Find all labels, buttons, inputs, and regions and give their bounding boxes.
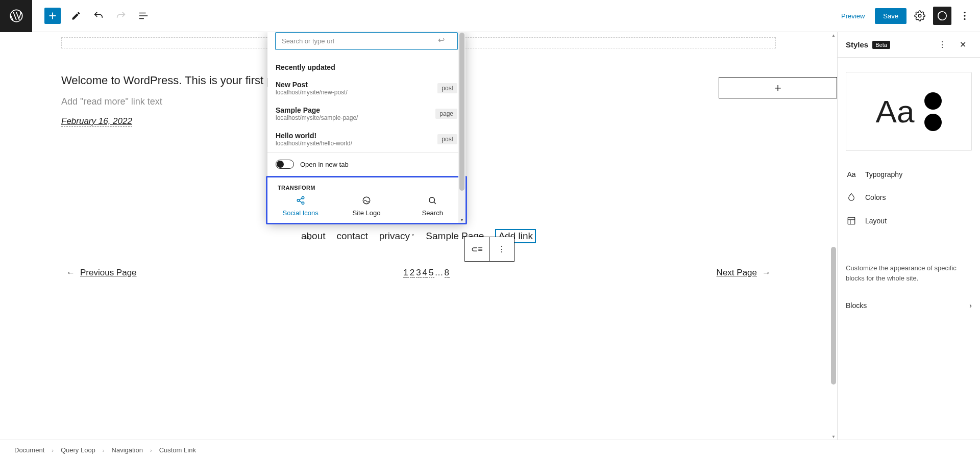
suggestion-title: New Post xyxy=(276,81,348,89)
close-sidebar-icon[interactable]: ✕ xyxy=(953,36,972,54)
nav-item-contact[interactable]: contact xyxy=(337,231,368,242)
transform-social-icons[interactable]: Social Icons xyxy=(273,196,329,217)
navigation-block: about contact privacy Sample Page Add li… xyxy=(61,229,776,243)
svg-rect-11 xyxy=(848,217,855,224)
wordpress-logo[interactable] xyxy=(0,0,32,32)
toolbar-icon[interactable]: ⊂≡ xyxy=(465,237,489,261)
colors-option[interactable]: Colors xyxy=(846,186,972,209)
suggestion-item[interactable]: Sample Pagelocalhost/mysite/sample-page/… xyxy=(267,101,465,126)
submit-url-icon[interactable]: ↩ xyxy=(438,35,445,45)
preview-button[interactable]: Preview xyxy=(835,8,871,24)
edit-tool-icon[interactable] xyxy=(67,7,85,25)
svg-point-8 xyxy=(302,202,304,205)
styles-sidebar: StylesBeta ⋮ ✕ Aa AaTypography Colors La… xyxy=(837,32,980,440)
option-label: Typography xyxy=(865,170,902,178)
breadcrumb-item[interactable]: Document xyxy=(14,446,44,454)
suggestion-type-badge: post xyxy=(437,134,457,144)
suggestion-url: localhost/mysite/hello-world/ xyxy=(276,140,352,147)
nav-item-privacy[interactable]: privacy xyxy=(379,231,415,242)
typography-icon: Aa xyxy=(846,170,857,178)
transform-label: Social Icons xyxy=(283,209,318,217)
svg-point-9 xyxy=(363,197,370,204)
next-page-link[interactable]: Next Page xyxy=(717,268,757,277)
suggestion-item[interactable]: Hello world!localhost/mysite/hello-world… xyxy=(267,126,465,152)
typography-option[interactable]: AaTypography xyxy=(846,163,972,186)
nav-item-about[interactable]: about xyxy=(301,231,326,242)
styles-panel-icon[interactable] xyxy=(933,7,951,25)
option-label: Colors xyxy=(865,193,886,201)
chevron-right-icon: › xyxy=(969,301,972,310)
suggestion-type-badge: page xyxy=(435,109,457,119)
popover-scrollbar[interactable]: ▲▼ xyxy=(458,32,465,223)
suggestion-title: Sample Page xyxy=(276,106,358,114)
link-popover: Search or type url ↩ Recently updated Ne… xyxy=(267,32,465,223)
canvas-scrollbar[interactable]: ▲▼ xyxy=(830,32,837,440)
breadcrumb-item[interactable]: Navigation xyxy=(112,446,143,454)
blocks-label: Blocks xyxy=(846,301,867,310)
pagination: ←Previous Page 12345…8 Next Page→ xyxy=(61,268,776,278)
sidebar-title: Styles xyxy=(846,40,868,49)
transform-search[interactable]: Search xyxy=(404,196,460,217)
transform-label: Search xyxy=(422,209,443,217)
link-url-input[interactable]: Search or type url xyxy=(275,32,458,50)
svg-point-3 xyxy=(964,12,965,13)
svg-point-5 xyxy=(964,18,965,20)
add-block-button[interactable] xyxy=(44,8,61,24)
more-menu-icon[interactable] xyxy=(955,7,974,25)
style-preview[interactable]: Aa xyxy=(846,72,972,151)
breadcrumb-item[interactable]: Custom Link xyxy=(159,446,196,454)
transform-label: Site Logo xyxy=(353,209,381,217)
blocks-panel-link[interactable]: Blocks› xyxy=(838,291,980,320)
svg-point-7 xyxy=(297,199,300,202)
settings-icon[interactable] xyxy=(911,7,929,25)
search-icon xyxy=(428,196,437,205)
page-numbers[interactable]: 12345…8 xyxy=(403,268,450,278)
open-new-tab-toggle[interactable] xyxy=(276,160,294,169)
redo-icon[interactable] xyxy=(112,7,130,25)
transform-header: TRANSFORM xyxy=(267,185,465,196)
prev-page-link[interactable]: Previous Page xyxy=(80,268,137,277)
top-toolbar: Preview Save xyxy=(0,0,980,32)
droplet-icon xyxy=(846,193,857,202)
suggestion-url: localhost/mysite/sample-page/ xyxy=(276,114,358,121)
layout-option[interactable]: Layout xyxy=(846,209,972,233)
recent-header: Recently updated xyxy=(267,56,465,75)
transform-site-logo[interactable]: Site Logo xyxy=(338,196,395,217)
transform-section: TRANSFORM Social Icons Site Logo Search xyxy=(266,176,467,224)
list-view-icon[interactable] xyxy=(134,7,153,25)
svg-point-1 xyxy=(918,14,921,17)
breadcrumb: Document› Query Loop› Navigation› Custom… xyxy=(0,440,980,460)
share-icon xyxy=(296,196,305,205)
add-block-appender[interactable]: ＋ xyxy=(719,77,837,98)
post-date[interactable]: February 16, 2022 xyxy=(61,116,132,127)
layout-icon xyxy=(846,216,857,225)
save-button[interactable]: Save xyxy=(875,8,906,24)
open-new-tab-label: Open in new tab xyxy=(300,161,349,168)
typography-preview-icon: Aa xyxy=(876,93,915,130)
color-preview-icon xyxy=(924,92,942,131)
svg-point-6 xyxy=(302,197,304,199)
suggestion-type-badge: post xyxy=(437,83,457,93)
site-logo-icon xyxy=(362,196,371,205)
block-toolbar-remnant: ⊂≡ ⋮ xyxy=(464,237,514,262)
suggestion-url: localhost/mysite/new-post/ xyxy=(276,89,348,96)
svg-point-4 xyxy=(964,15,965,16)
suggestion-item[interactable]: New Postlocalhost/mysite/new-post/ post xyxy=(267,75,465,101)
undo-icon[interactable] xyxy=(89,7,108,25)
breadcrumb-item[interactable]: Query Loop xyxy=(61,446,95,454)
editor-canvas: Welcome to WordPress. This is your first… xyxy=(0,32,837,440)
svg-point-10 xyxy=(429,197,435,203)
suggestion-title: Hello world! xyxy=(276,132,352,140)
sidebar-description: Customize the appearance of specific blo… xyxy=(838,233,980,291)
prev-arrow-icon: ← xyxy=(66,268,75,277)
toolbar-more-icon[interactable]: ⋮ xyxy=(489,237,514,261)
option-label: Layout xyxy=(865,217,887,225)
beta-badge: Beta xyxy=(872,41,890,49)
sidebar-more-icon[interactable]: ⋮ xyxy=(933,36,951,54)
next-arrow-icon: → xyxy=(762,268,771,277)
